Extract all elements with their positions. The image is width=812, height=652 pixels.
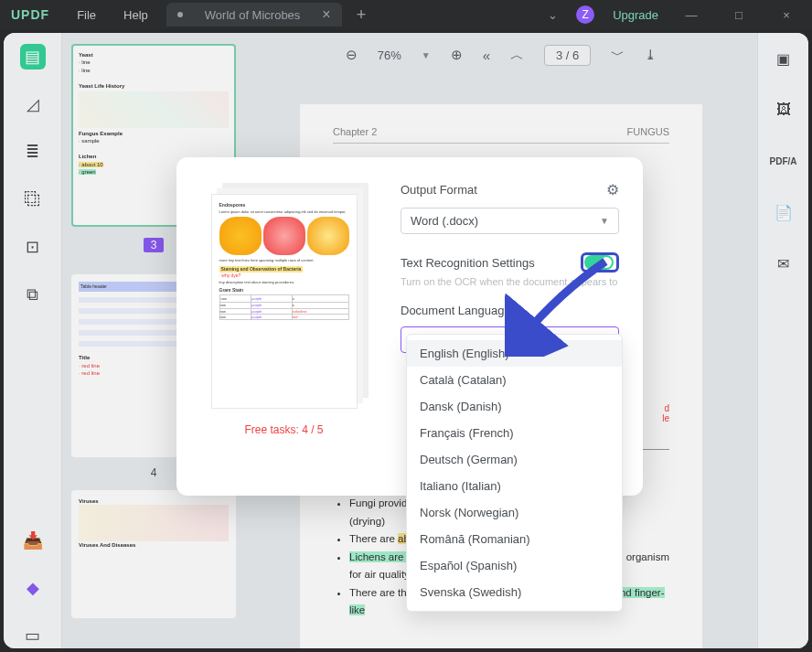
language-option[interactable]: English (English): [407, 340, 622, 367]
menu-file[interactable]: File: [77, 8, 96, 22]
language-option[interactable]: Română (Romanian): [407, 526, 622, 552]
output-format-value: Word (.docx): [411, 214, 478, 228]
settings-gear-icon[interactable]: ⚙: [606, 181, 619, 198]
language-option[interactable]: Italiano (Italian): [407, 473, 622, 499]
output-format-select[interactable]: Word (.docx) ▼: [401, 208, 619, 234]
tab-title: World of Microbes: [205, 8, 301, 22]
titlebar: UPDF File Help World of Microbes × + ⌄ Z…: [0, 0, 812, 29]
chevron-down-icon[interactable]: ⌄: [548, 8, 558, 22]
menu-help[interactable]: Help: [123, 8, 148, 22]
tab-close-icon[interactable]: ×: [322, 6, 330, 23]
export-preview-thumbnail: Endospores Lorem ipsum dolor sit amet co…: [211, 194, 358, 409]
language-dropdown-scroll[interactable]: English (English) Català (Catalan) Dansk…: [407, 340, 622, 605]
caret-down-icon: ▼: [600, 216, 609, 226]
ocr-toggle-highlight: [581, 252, 619, 273]
close-button[interactable]: ×: [772, 8, 801, 22]
modal-preview-pane: Endospores Lorem ipsum dolor sit amet co…: [176, 157, 391, 496]
language-option[interactable]: Español (Spanish): [407, 552, 622, 579]
language-dropdown: English (English) Català (Catalan) Dansk…: [406, 334, 623, 612]
ocr-label: Text Recognition Settings: [401, 256, 535, 270]
language-option[interactable]: Svenska (Swedish): [407, 579, 622, 605]
language-option[interactable]: Norsk (Norwegian): [407, 499, 622, 526]
output-format-label: Output Format: [401, 183, 477, 197]
language-option[interactable]: Français (French): [407, 420, 622, 446]
menu-bar: File Help: [77, 8, 148, 22]
tab-dot-icon: [177, 12, 183, 17]
ocr-toggle[interactable]: [584, 255, 614, 270]
user-avatar[interactable]: Z: [576, 5, 594, 24]
free-tasks-counter: Free tasks: 4 / 5: [244, 423, 323, 436]
document-language-label: Document Language: [401, 304, 619, 317]
minimize-button[interactable]: —: [677, 8, 706, 22]
ocr-note: Turn on the OCR when the document appear…: [401, 276, 619, 287]
upgrade-link[interactable]: Upgrade: [613, 8, 658, 22]
app-logo: UPDF: [11, 7, 49, 22]
language-option[interactable]: Català (Catalan): [407, 367, 622, 393]
add-tab-button[interactable]: +: [357, 5, 367, 25]
language-option[interactable]: Dansk (Danish): [407, 393, 622, 420]
document-tab[interactable]: World of Microbes ×: [166, 3, 342, 27]
language-option[interactable]: Deutsch (German): [407, 446, 622, 473]
maximize-button[interactable]: □: [724, 8, 753, 22]
